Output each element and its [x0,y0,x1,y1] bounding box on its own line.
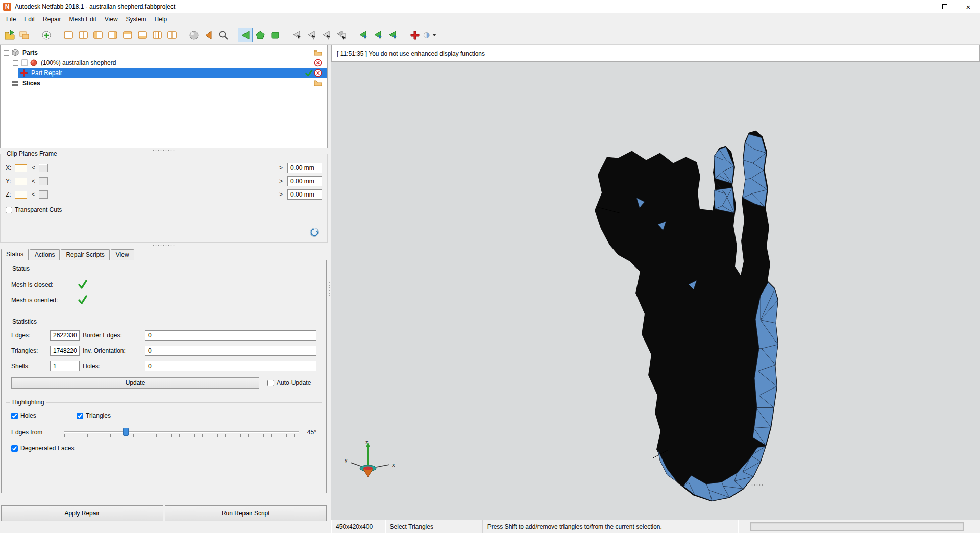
open-project-icon [4,30,15,41]
tool-layout-bottom-pane[interactable] [135,28,150,42]
viewport-splitter-handle[interactable] [751,484,764,487]
folder-icon[interactable] [314,79,322,87]
close-button[interactable]: × [957,0,980,13]
tab-view[interactable]: View [111,249,134,260]
collapse-icon[interactable] [4,50,9,56]
tool-previous-view[interactable] [201,28,216,42]
tab-repair-scripts[interactable]: Repair Scripts [61,249,109,260]
triangles-input[interactable] [50,346,80,356]
repair-ok-icon[interactable] [305,69,313,77]
edges-angle-slider[interactable] [64,427,299,438]
shells-input[interactable] [50,361,80,371]
run-repair-script-button[interactable]: Run Repair Script [165,505,327,521]
tool-layout-split[interactable] [76,28,90,42]
tree-row-parts[interactable]: Parts [1,47,327,58]
tool-layout-top-pane[interactable] [120,28,135,42]
reset-clip-icon[interactable] [309,227,320,238]
edges-angle-slider-handle[interactable] [123,428,129,436]
clip-y-right-arrow[interactable]: > [278,178,284,185]
tool-select-connected[interactable] [356,28,371,42]
tool-select-plane[interactable] [371,28,385,42]
degenerated-faces-checkbox[interactable] [11,445,18,452]
clip-x-value-input[interactable] [287,163,322,173]
holes-checkbox-label: Holes [20,412,36,419]
tool-pick-triangle-2[interactable] [304,28,319,42]
menu-system[interactable]: System [122,14,151,25]
inv-orientation-input[interactable] [145,346,316,356]
tool-add-triangles[interactable] [407,28,422,42]
update-button[interactable]: Update [11,377,259,389]
edges-from-label: Edges from [11,429,64,436]
repair-cancel-icon[interactable] [314,69,322,77]
transparent-cuts-checkbox[interactable] [6,207,12,213]
menu-mesh-edit[interactable]: Mesh Edit [65,14,100,25]
triangles-checkbox[interactable] [77,413,83,419]
tool-add-part[interactable] [39,28,54,42]
clip-x-slider-handle[interactable] [39,164,48,172]
viewport-canvas[interactable] [331,45,980,533]
menu-help[interactable]: Help [151,14,172,25]
holes-checkbox[interactable] [11,413,18,419]
tool-select-rectangle[interactable] [267,28,282,42]
tree-row-part-repair[interactable]: Part Repair [18,68,327,78]
clip-y-slider[interactable] [38,177,277,186]
clip-x-left-arrow[interactable]: < [30,164,37,172]
clip-splitter[interactable] [0,243,328,248]
triangles-checkbox-label: Triangles [86,412,111,419]
tool-surface-picker[interactable] [422,28,437,42]
holes-input[interactable] [145,361,316,371]
panel-splitter[interactable] [328,45,331,533]
menu-file[interactable]: File [2,14,20,25]
tool-select-polygon[interactable] [253,28,267,42]
clip-z-swatch[interactable] [15,191,27,199]
tool-layout-single[interactable] [61,28,76,42]
clip-x-slider[interactable] [38,163,277,173]
menu-edit[interactable]: Edit [20,14,39,25]
collapse-icon[interactable] [13,60,18,66]
tool-layout-grid[interactable] [164,28,179,42]
clip-y-value-input[interactable] [287,176,322,186]
tree-row-part[interactable]: (100%) australian shepherd [1,58,327,68]
highlighting-group-title: Highlighting [10,399,46,406]
tool-pick-triangle[interactable] [289,28,304,42]
clip-z-value-input[interactable] [287,189,322,200]
auto-update-checkbox[interactable] [267,380,274,386]
tab-status[interactable]: Status [1,249,29,260]
tool-pick-triangle-3[interactable] [319,28,334,42]
clip-y-left-arrow[interactable]: < [30,178,37,185]
tree-row-slices[interactable]: Slices [1,78,327,88]
tab-actions[interactable]: Actions [30,249,60,260]
remove-part-icon[interactable] [314,59,322,67]
tool-select-triangles[interactable] [238,28,253,42]
tool-select-all[interactable] [385,28,400,42]
clip-z-slider-handle[interactable] [39,190,48,199]
clip-x-right-arrow[interactable]: > [278,164,284,172]
clip-z-slider[interactable] [38,190,277,199]
tool-shaded-view[interactable] [186,28,201,42]
tool-layout-left-pane[interactable] [90,28,105,42]
border-edges-input[interactable] [145,330,316,341]
tool-pick-shell[interactable] [334,28,349,42]
clip-z-right-arrow[interactable]: > [278,191,284,198]
clip-x-swatch[interactable] [15,164,27,172]
part-sphere-icon [30,59,38,67]
clip-y-slider-handle[interactable] [39,177,48,185]
tool-zoom[interactable] [216,28,231,42]
apply-repair-button[interactable]: Apply Repair [1,505,163,521]
clip-z-left-arrow[interactable]: < [30,191,37,198]
maximize-button[interactable] [933,0,957,13]
menu-view[interactable]: View [101,14,122,25]
pick-shell-icon [336,30,347,41]
model-mesh[interactable] [595,131,778,501]
clip-y-swatch[interactable] [15,178,27,185]
viewport[interactable]: [ 11:51:35 ] You do not use enhanced dis… [331,45,980,533]
edges-input[interactable] [50,330,80,341]
menu-repair[interactable]: Repair [39,14,65,25]
border-edges-label: Border Edges: [83,332,142,339]
tool-layout-right-pane[interactable] [105,28,120,42]
folder-icon[interactable] [314,49,322,57]
tool-import-parts[interactable] [17,28,32,42]
tool-layout-columns[interactable] [150,28,164,42]
minimize-button[interactable] [910,0,933,13]
tool-open-project[interactable] [2,28,17,42]
